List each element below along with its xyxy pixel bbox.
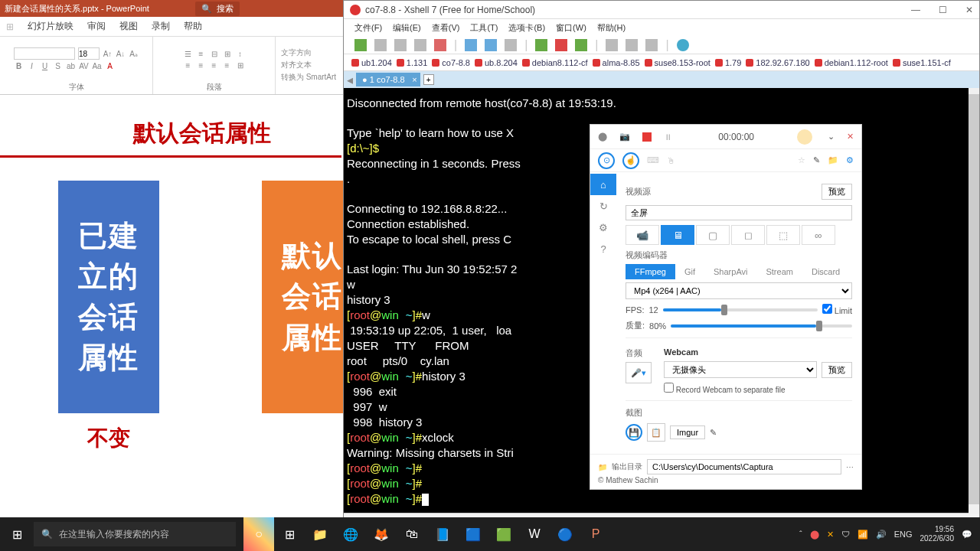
menu-tabs[interactable]: 选项卡(B): [508, 22, 545, 34]
tb-firefox-icon[interactable]: 🦊: [366, 517, 397, 551]
preview-button[interactable]: 预览: [822, 184, 852, 200]
ppt-search[interactable]: 🔍 搜索: [195, 2, 240, 16]
settings-icon[interactable]: ⚙: [846, 155, 854, 165]
enc-stream[interactable]: Stream: [756, 264, 802, 279]
src-screen-icon[interactable]: 🖥: [661, 225, 694, 245]
tb-taskview-icon[interactable]: ⊞: [274, 517, 305, 551]
limit-checkbox[interactable]: Limit: [822, 304, 852, 315]
src-window-icon[interactable]: ◻: [731, 225, 765, 245]
star-icon[interactable]: ☆: [798, 155, 805, 165]
sess-179[interactable]: 1.79: [715, 58, 741, 67]
disk-button[interactable]: 💾: [626, 424, 642, 441]
src-camera-icon[interactable]: 📹: [626, 225, 659, 245]
edit-icon[interactable]: ✎: [710, 428, 717, 438]
mic-button[interactable]: 🎤▾: [626, 362, 652, 383]
enc-discard[interactable]: Discard: [802, 264, 849, 279]
close-button[interactable]: ✕: [965, 5, 973, 15]
src-link-icon[interactable]: ∞: [802, 225, 835, 245]
pencil-icon[interactable]: ✎: [813, 155, 820, 165]
tb-word-icon[interactable]: W: [519, 517, 550, 551]
pointer-circle-icon[interactable]: ☝: [622, 152, 639, 169]
tray-shield-icon[interactable]: 🛡: [841, 530, 850, 539]
tb-edge-icon[interactable]: 🌐: [335, 517, 366, 551]
maximize-button[interactable]: ☐: [939, 5, 947, 15]
tb-app2-icon[interactable]: 🟦: [458, 517, 488, 551]
sess-suse8[interactable]: suse8.153-root: [645, 58, 710, 67]
keyboard-icon[interactable]: ⌨: [647, 155, 659, 165]
tool-connect[interactable]: [394, 39, 407, 51]
tool-open[interactable]: [374, 39, 387, 51]
tray-clock[interactable]: 19:56 2022/6/30: [920, 525, 955, 543]
tool-prop[interactable]: [575, 39, 587, 51]
quality-slider[interactable]: [671, 324, 852, 328]
tray-app-icon[interactable]: ✕: [827, 530, 834, 540]
ppt-tab-review[interactable]: 审阅: [87, 20, 106, 33]
new-tab-button[interactable]: +: [423, 74, 434, 85]
outdir-input[interactable]: [647, 459, 841, 474]
ppt-tab-help[interactable]: 帮助: [184, 20, 202, 33]
ppt-tab-view[interactable]: 视图: [119, 20, 138, 33]
sess-ub8204[interactable]: ub.8.204: [475, 58, 518, 67]
tool-reconnect[interactable]: [434, 39, 446, 51]
taskbar-search[interactable]: 🔍 在这里输入你要搜索的内容: [34, 522, 236, 546]
tray-xshell-icon[interactable]: ⬤: [810, 530, 819, 540]
minimize-button[interactable]: —: [911, 5, 920, 15]
sess-alma[interactable]: alma-8.85: [593, 58, 640, 67]
enc-gif[interactable]: Gif: [675, 264, 704, 279]
folder-icon[interactable]: 📁: [828, 155, 838, 165]
src-monitor-icon[interactable]: ▢: [696, 225, 730, 245]
font-size[interactable]: [78, 47, 100, 60]
menu-window[interactable]: 窗口(W): [556, 22, 586, 34]
xshell-titlebar[interactable]: co7-8.8 - Xshell 7 (Free for Home/School…: [344, 1, 979, 19]
tool-disconnect[interactable]: [414, 39, 426, 51]
video-source-input[interactable]: [626, 205, 852, 220]
enc-ffmpeg[interactable]: FFmpeg: [626, 264, 675, 279]
tool-paste[interactable]: [485, 39, 497, 51]
menu-help[interactable]: 帮助(H): [597, 22, 626, 34]
imgur-button[interactable]: Imgur: [670, 425, 705, 439]
convert-smartart[interactable]: 转换为 SmartArt: [281, 72, 336, 83]
menu-file[interactable]: 文件(F): [354, 22, 382, 34]
side-config-icon[interactable]: ⚙: [590, 217, 616, 238]
sess-deb1[interactable]: debian1.112-root: [815, 58, 888, 67]
src-region-icon[interactable]: ⬚: [766, 225, 800, 245]
tb-app3-icon[interactable]: 🟩: [488, 517, 519, 551]
codec-select[interactable]: Mp4 (x264 | AAC): [626, 282, 852, 299]
ppt-tab-slideshow[interactable]: 幻灯片放映: [28, 20, 74, 33]
sess-suse1[interactable]: suse1.151-cf: [893, 58, 951, 67]
sess-182[interactable]: 182.92.67.180: [746, 58, 809, 67]
tool-copy[interactable]: [465, 39, 477, 51]
enc-sharpavi[interactable]: SharpAvi: [704, 264, 756, 279]
clipboard-button[interactable]: 📋: [647, 423, 665, 442]
menu-tools[interactable]: 工具(T): [470, 22, 498, 34]
align-text[interactable]: 对齐文本: [281, 60, 336, 70]
menu-view[interactable]: 查看(V): [432, 22, 460, 34]
tray-volume-icon[interactable]: 🔊: [876, 530, 887, 540]
fps-slider[interactable]: [663, 308, 818, 311]
side-help-icon[interactable]: ?: [590, 238, 616, 259]
tool-font[interactable]: [606, 39, 618, 51]
tray-notif-icon[interactable]: 💬: [962, 530, 972, 540]
text-direction[interactable]: 文字方向: [281, 47, 336, 58]
tray-wifi-icon[interactable]: 📶: [858, 530, 868, 540]
tool-new[interactable]: [354, 39, 367, 51]
tool-help[interactable]: [677, 39, 689, 51]
sess-1131[interactable]: 1.131: [397, 58, 428, 67]
webcam-separate-checkbox[interactable]: Record Webcam to separate file: [664, 386, 785, 394]
tb-app1-icon[interactable]: 📘: [427, 517, 458, 551]
tool-hl[interactable]: [645, 39, 658, 51]
sess-ub1204[interactable]: ub1.204: [351, 58, 392, 67]
back-icon[interactable]: ⬤: [598, 132, 607, 142]
tb-chrome-icon[interactable]: 🔵: [550, 517, 580, 551]
slide-canvas[interactable]: 默认会话属性 已建立的会话属性 不变 默认会话属性: [0, 95, 343, 453]
font-selector[interactable]: [14, 47, 75, 60]
side-home-icon[interactable]: ⌂: [590, 174, 616, 195]
sess-co788[interactable]: co7-8.8: [432, 58, 470, 67]
tb-store-icon[interactable]: 🛍: [397, 517, 427, 551]
ppt-tab-record[interactable]: 录制: [152, 20, 170, 33]
camera-icon[interactable]: 📷: [619, 132, 630, 142]
tb-cortana-icon[interactable]: ○: [243, 517, 274, 551]
tool-transfer[interactable]: [535, 39, 547, 51]
webcam-preview-button[interactable]: 预览: [822, 362, 852, 378]
record-button[interactable]: [642, 132, 652, 142]
